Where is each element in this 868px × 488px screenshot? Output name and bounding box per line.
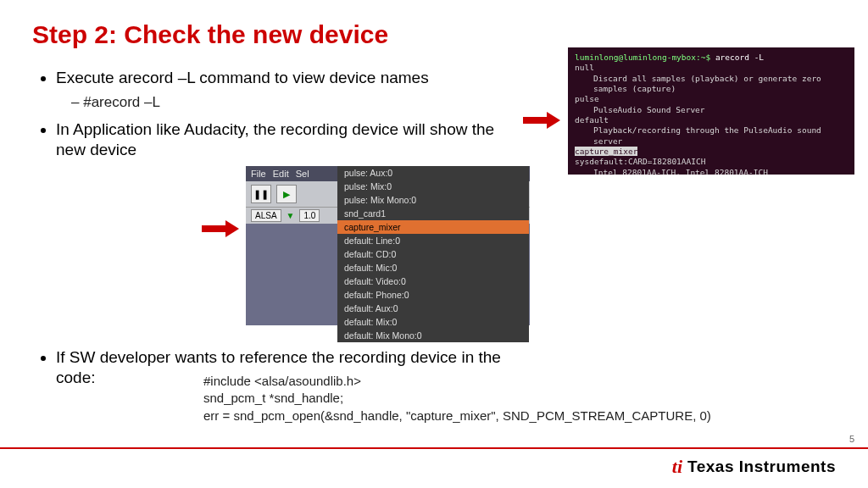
terminal-screenshot: luminlong@luminlong-mybox:~$ arecord -L … — [568, 47, 854, 175]
slide-title: Step 2: Check the new device — [0, 0, 868, 49]
play-icon: ▶ — [276, 185, 297, 203]
ti-brand-text: Texas Instruments — [687, 458, 836, 476]
slide: Step 2: Check the new device Execute are… — [0, 0, 868, 488]
term-line: Discard all samples (playback) or genera… — [575, 74, 848, 95]
device-option: snd_card1 — [337, 207, 529, 220]
bullet-1-text: Execute arecord –L command to view devic… — [56, 69, 429, 86]
footer-divider — [0, 447, 868, 449]
gain-value: 1.0 — [299, 209, 320, 222]
code-snippet: #include <alsa/asoundlib.h> snd_pcm_t *s… — [203, 373, 711, 424]
page-number: 5 — [849, 434, 854, 444]
device-option: default: Line:0 — [337, 234, 529, 247]
device-option: pulse: Mix:0 — [337, 180, 529, 193]
device-option-selected: capture_mixer — [337, 220, 529, 234]
code-line: snd_pcm_t *snd_handle; — [203, 390, 711, 407]
alsa-label: ALSA — [251, 209, 281, 222]
term-line: null — [575, 63, 848, 73]
chevron-down-icon: ▼ — [287, 211, 295, 220]
term-line: default — [575, 115, 848, 125]
arrow-icon — [202, 222, 239, 236]
device-option: pulse: Aux:0 — [337, 166, 529, 180]
term-highlight: capture_mixer — [575, 147, 637, 156]
bullet-1-sub: #arecord –L — [71, 93, 515, 111]
code-line: #include <alsa/asoundlib.h> — [203, 373, 711, 390]
device-option: default: Mic:0 — [337, 261, 529, 274]
menu-file: File — [251, 169, 266, 179]
term-line: Intel 82801AA-ICH, Intel 82801AA-ICH — [575, 168, 848, 175]
device-option: default: CD:0 — [337, 247, 529, 261]
term-line: Playback/recording through the PulseAudi… — [575, 125, 848, 147]
bullet-1: Execute arecord –L command to view devic… — [56, 68, 515, 111]
footer-logo: ti Texas Instruments — [672, 456, 836, 478]
device-option: default: Phone:0 — [337, 288, 529, 302]
device-option: pulse: Mix Mono:0 — [337, 193, 529, 207]
device-dropdown: pulse: Aux:0 pulse: Mix:0 pulse: Mix Mon… — [337, 166, 529, 342]
device-option: default: Mix Mono:0 — [337, 329, 529, 342]
device-option: default: Mix:0 — [337, 315, 529, 329]
bullet-2: In Application like Audacity, the record… — [56, 119, 515, 160]
code-line: err = snd_pcm_open(&snd_handle, "capture… — [203, 408, 711, 424]
pause-icon: ❚❚ — [251, 185, 271, 203]
body-text: Execute arecord –L command to view devic… — [41, 68, 515, 169]
terminal-prompt: luminlong@luminlong-mybox:~$ — [575, 53, 710, 62]
menu-edit: Edit — [273, 169, 289, 179]
device-option: default: Aux:0 — [337, 302, 529, 315]
term-line: sysdefault:CARD=I82801AAICH — [575, 157, 848, 167]
menu-sel: Sel — [296, 169, 309, 179]
audacity-screenshot: File Edit Sel ❚❚ ▶ ALSA ▼ 1.0 pulse: Aux… — [246, 166, 530, 325]
term-line: PulseAudio Sound Server — [575, 105, 848, 115]
term-line: pulse — [575, 94, 848, 104]
device-option: default: Video:0 — [337, 274, 529, 288]
terminal-command: arecord -L — [715, 53, 764, 62]
arrow-icon — [523, 114, 560, 127]
ti-logo-icon: ti — [672, 456, 682, 478]
